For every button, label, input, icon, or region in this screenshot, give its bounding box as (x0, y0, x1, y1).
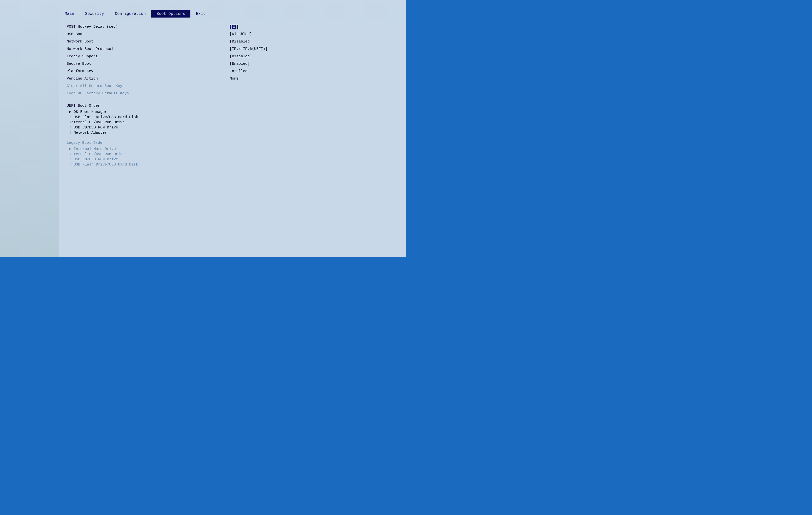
menu-item-security[interactable]: Security (80, 10, 109, 18)
setting-row-7: Pending Action (67, 76, 220, 84)
setting-value-row-5: [Enabled] (230, 61, 399, 69)
setting-value-row-8 (230, 84, 399, 91)
setting-row-3: Network Boot Protocol (67, 47, 220, 54)
uefi-boot-item-3[interactable]: ! USB CD/DVD ROM Drive (67, 125, 220, 130)
menu-item-configuration[interactable]: Configuration (109, 10, 151, 18)
setting-value-6: Enrolled (230, 69, 248, 74)
setting-row-2: Network Boot (67, 39, 220, 47)
setting-value-3: [IPv4+IPv6(UEFI)] (230, 47, 267, 51)
setting-value-row-1: [Disabled] (230, 32, 399, 39)
menu-item-main[interactable]: Main (59, 10, 80, 18)
setting-value-row-6: Enrolled (230, 69, 399, 76)
setting-value-0: [0] (230, 25, 238, 29)
uefi-boot-order-header: UEFI Boot Order (67, 103, 220, 109)
setting-value-2: [Disabled] (230, 39, 252, 44)
uefi-boot-item-4[interactable]: ! Network Adapter (67, 130, 220, 135)
setting-value-row-4: [Disabled] (230, 54, 399, 61)
setting-label-0[interactable]: POST Hotkey Delay (sec) (67, 25, 118, 29)
menu-bar: MainSecurityConfigurationBoot OptionsExi… (59, 9, 406, 18)
legacy-boot-item-right-3 (230, 117, 399, 118)
setting-row-6: Platform Key (67, 69, 220, 76)
menu-item-boot-options[interactable]: Boot Options (151, 10, 191, 18)
setting-label-2[interactable]: Network Boot (67, 39, 93, 44)
setting-label-9: Load HP Factory Default Keys (67, 91, 129, 95)
setting-value-5: [Enabled] (230, 62, 250, 66)
setting-label-1[interactable]: USB Boot (67, 32, 84, 36)
setting-label-8: Clear All Secure Boot Keys (67, 84, 124, 88)
setting-label-4[interactable]: Legacy Support (67, 54, 98, 59)
values-column: [0][Disabled][Disabled][IPv4+IPv6(UEFI)]… (220, 24, 399, 252)
setting-value-row-3: [IPv4+IPv6(UEFI)] (230, 47, 399, 54)
setting-row-4: Legacy Support (67, 54, 220, 61)
setting-row-9: Load HP Factory Default Keys (67, 91, 220, 98)
uefi-boot-item-2[interactable]: Internal CD/DVD ROM Drive (67, 120, 220, 125)
setting-value-row-9 (230, 91, 399, 98)
bios-container: MainSecurityConfigurationBoot OptionsExi… (0, 0, 406, 257)
setting-value-7: None (230, 77, 238, 81)
legacy-boot-item-2: ! USB CD/DVD ROM Drive (67, 157, 220, 162)
setting-label-5[interactable]: Secure Boot (67, 62, 91, 66)
setting-row-1: USB Boot (67, 32, 220, 39)
uefi-boot-item-0[interactable]: ▶ OS Boot Manager (67, 109, 220, 115)
setting-label-3[interactable]: Network Boot Protocol (67, 47, 113, 51)
setting-value-row-7: None (230, 76, 399, 84)
settings-column: POST Hotkey Delay (sec)USB BootNetwork B… (67, 24, 220, 252)
setting-label-6[interactable]: Platform Key (67, 69, 93, 74)
setting-row-8: Clear All Secure Boot Keys (67, 84, 220, 91)
legacy-boot-item-1: Internal CD/DVD ROM Drive (67, 152, 220, 157)
uefi-boot-order-header-right (230, 103, 399, 105)
setting-row-0: POST Hotkey Delay (sec) (67, 24, 220, 32)
content-area: POST Hotkey Delay (sec)USB BootNetwork B… (59, 19, 406, 257)
setting-row-5: Secure Boot (67, 61, 220, 69)
setting-value-1: [Disabled] (230, 32, 252, 36)
legacy-boot-item-3: ! USB Flash Drive/USB Hard Disk (67, 162, 220, 167)
uefi-boot-item-1[interactable]: ! USB Flash Drive/USB Hard Disk (67, 115, 220, 120)
setting-value-4: [Disabled] (230, 54, 252, 59)
setting-label-7[interactable]: Pending Action (67, 77, 98, 81)
menu-item-exit[interactable]: Exit (191, 10, 211, 18)
legacy-boot-item-0: ▶ Internal Hard Drive (67, 146, 220, 152)
setting-value-row-0: [0] (230, 24, 399, 32)
setting-value-row-2: [Disabled] (230, 39, 399, 47)
legacy-boot-order-header: Legacy Boot Order (67, 140, 220, 146)
